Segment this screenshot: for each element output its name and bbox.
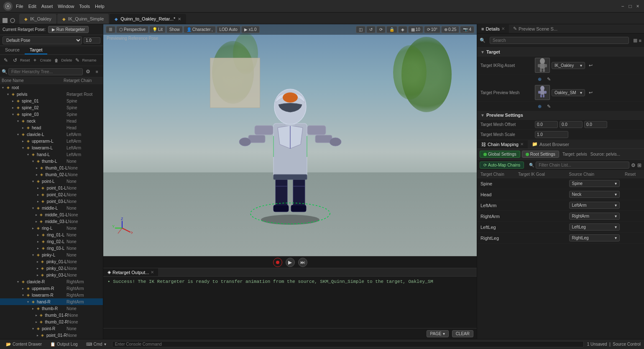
tree-item[interactable]: ▾ ◈ clavicle-L LeftArm bbox=[0, 131, 103, 138]
target-mesh-arrow-button[interactable]: ↩ bbox=[587, 89, 594, 96]
run-retargeter-button[interactable]: ▶ Run Retargeter bbox=[48, 26, 89, 33]
character-button[interactable]: 👤 Character , bbox=[184, 26, 216, 33]
output-log-button[interactable]: 📋 Output Log bbox=[48, 341, 80, 347]
menu-tools[interactable]: Tools bbox=[79, 4, 90, 9]
details-search-input[interactable] bbox=[490, 37, 629, 44]
target-ik-rig-arrow-button[interactable]: ↩ bbox=[587, 62, 594, 69]
tree-item[interactable]: ▸ ◈ ring_01-L None bbox=[0, 231, 103, 238]
tree-item[interactable]: ▸ ◈ middle_03-L None bbox=[0, 218, 103, 225]
tab-target[interactable]: Target bbox=[25, 46, 48, 54]
tree-item[interactable]: ▸ ◈ ring-L None bbox=[0, 225, 103, 231]
tree-item[interactable]: ▸ ◈ pinky_01-L None bbox=[0, 258, 103, 265]
vp-icon-2[interactable]: ↺ bbox=[366, 26, 376, 33]
vp-icon-3[interactable]: ⟳ bbox=[376, 26, 386, 33]
tree-item[interactable]: ▸ ◈ pinky_02-L None bbox=[0, 265, 103, 272]
tree-item[interactable]: ▾ ◈ neck Head bbox=[0, 118, 103, 124]
create-button[interactable]: + bbox=[31, 56, 39, 64]
perspective-button[interactable]: ⬡ Perspective bbox=[116, 26, 148, 33]
tab-source[interactable]: Source bbox=[0, 46, 25, 54]
hierarchy-expand-button[interactable]: ≡ bbox=[93, 67, 101, 76]
target-preview-mesh-dropdown[interactable]: Oakley_SM ▾ bbox=[552, 89, 585, 96]
play-button[interactable]: ▶ x1.0 bbox=[241, 26, 260, 33]
tree-item[interactable]: ▸ ◈ thumb_02-R None bbox=[0, 318, 103, 325]
target-section-header[interactable]: ▼ Target bbox=[477, 48, 644, 56]
tab-close-button[interactable]: ✕ bbox=[178, 17, 181, 21]
chain-search-input[interactable] bbox=[536, 162, 629, 169]
offset-y-input[interactable] bbox=[560, 121, 583, 128]
chain-row[interactable]: Head Neck ▾ bbox=[477, 189, 644, 200]
default-pose-select[interactable]: Default Pose bbox=[3, 36, 82, 44]
tree-item[interactable]: ▾ ◈ thumb-L None bbox=[0, 158, 103, 164]
target-ik-rig-dropdown[interactable]: IK_Oakley ▾ bbox=[552, 62, 585, 69]
delete-button[interactable]: 🗑 bbox=[52, 56, 61, 64]
tree-item[interactable]: ▸ ◈ pinky_03-L None bbox=[0, 272, 103, 278]
clear-button[interactable]: CLEAR bbox=[452, 330, 473, 337]
menu-file[interactable]: File bbox=[16, 4, 23, 9]
tab-quinn-retarget[interactable]: ◆ Quinn_to_Oakley_Retar...* ✕ bbox=[110, 14, 186, 24]
content-drawer-button[interactable]: 📂 Content Drawer bbox=[3, 341, 44, 347]
auto-map-chains-button[interactable]: ⟳ Auto-Map Chains bbox=[480, 162, 524, 169]
lod-button[interactable]: LOD Auto bbox=[217, 26, 240, 33]
tree-item[interactable]: ▸ ◈ thumb_01-L None bbox=[0, 164, 103, 171]
chain-source-dropdown[interactable]: RightArm ▾ bbox=[569, 213, 620, 220]
chain-row[interactable]: RightLeg RightLeg ▾ bbox=[477, 233, 644, 244]
tree-item[interactable]: ▸ ◈ upperarm-L LeftArm bbox=[0, 138, 103, 144]
chain-expand-icon[interactable]: ⊞ bbox=[637, 162, 641, 168]
hierarchy-settings-button[interactable]: ⚙ bbox=[84, 67, 92, 76]
maximize-button[interactable]: □ bbox=[627, 3, 633, 9]
chain-row[interactable]: RightArm RightArm ▾ bbox=[477, 211, 644, 222]
chain-row[interactable]: LeftArm LeftArm ▾ bbox=[477, 200, 644, 211]
chain-source-dropdown[interactable]: LeftLeg ▾ bbox=[569, 223, 620, 231]
details-list-icon[interactable]: ≡ bbox=[639, 38, 641, 43]
grid-button[interactable]: ▦ 10 bbox=[408, 26, 423, 33]
vp-icon-1[interactable]: ◫ bbox=[356, 26, 365, 33]
chain-mapping-tab[interactable]: ⛓ Chain Mapping ✕ bbox=[477, 140, 528, 149]
chain-source-dropdown[interactable]: Neck ▾ bbox=[569, 191, 620, 198]
tree-item[interactable]: ▸ ◈ upperarm-R RightArm bbox=[0, 285, 103, 292]
tree-item[interactable]: ▾ ◈ lowerarm-L LeftArm bbox=[0, 144, 103, 151]
details-tab[interactable]: ≡ Details ✕ bbox=[477, 25, 509, 33]
offset-z-input[interactable] bbox=[584, 121, 607, 128]
record-button[interactable] bbox=[273, 258, 282, 267]
tree-item[interactable]: ▸ ◈ middle_01-L None bbox=[0, 211, 103, 218]
menu-asset[interactable]: Asset bbox=[41, 4, 53, 9]
mesh-scale-input[interactable] bbox=[535, 131, 568, 138]
output-tab-close[interactable]: ✕ bbox=[151, 270, 154, 275]
tree-item[interactable]: ▾ ◈ hand-L LeftArm bbox=[0, 151, 103, 158]
tree-item[interactable]: ▾ ◈ root bbox=[0, 84, 103, 91]
angle-button[interactable]: ⟳ 10° bbox=[424, 26, 440, 33]
mesh-browse-icon[interactable]: ⊕ bbox=[536, 103, 543, 110]
tree-item[interactable]: ▾ ◈ hand-R RightArm bbox=[0, 298, 103, 305]
root-settings-button[interactable]: Root Settings bbox=[522, 151, 559, 158]
tree-item[interactable]: ▸ ◈ ring_02-L None bbox=[0, 238, 103, 245]
close-button[interactable]: × bbox=[635, 3, 641, 9]
tab-ik-oakley[interactable]: ◆ IK_Oakley bbox=[19, 14, 56, 24]
chain-row[interactable]: LeftLeg LeftLeg ▾ bbox=[477, 222, 644, 233]
viewport[interactable]: X Z Y ☰ ⬡ Perspective 💡 Lit bbox=[103, 24, 477, 256]
minimize-button[interactable]: − bbox=[620, 3, 626, 9]
details-tab-close[interactable]: ✕ bbox=[501, 26, 505, 31]
console-input[interactable] bbox=[112, 341, 584, 347]
tree-item[interactable]: ▸ ◈ spine_01 Spine bbox=[0, 98, 103, 104]
tree-item[interactable]: ▸ ◈ thumb-R None bbox=[0, 305, 103, 312]
tree-item[interactable]: ▸ ◈ point_03-L None bbox=[0, 198, 103, 205]
tree-item[interactable]: ▸ ◈ point_01-R None bbox=[0, 332, 103, 339]
offset-x-input[interactable] bbox=[535, 121, 558, 128]
tree-item[interactable]: ▸ ◈ spine_02 Spine bbox=[0, 104, 103, 111]
tree-item[interactable]: ▸ ◈ thumb_01-R None bbox=[0, 312, 103, 318]
chain-source-dropdown[interactable]: Spine ▾ bbox=[569, 180, 620, 187]
preview-scene-tab[interactable]: ✎ Preview Scene S... bbox=[509, 24, 562, 33]
asset-browser-tab[interactable]: 📁 Asset Browser bbox=[528, 140, 573, 149]
tree-item[interactable]: ▸ ◈ head Head bbox=[0, 124, 103, 131]
preview-settings-header[interactable]: ▼ Preview Settings bbox=[477, 111, 644, 120]
rename-button[interactable]: ✎ bbox=[73, 56, 82, 64]
vp-icon-5[interactable]: ◈ bbox=[398, 26, 407, 33]
menu-window[interactable]: Window bbox=[58, 4, 74, 9]
chain-mapping-close[interactable]: ✕ bbox=[520, 142, 524, 146]
tree-item[interactable]: ▸ ◈ thumb_02-L None bbox=[0, 171, 103, 178]
step-forward-button[interactable]: ⏭ bbox=[298, 258, 307, 267]
play-pause-button[interactable]: ▶ bbox=[286, 258, 295, 267]
vp-icon-4[interactable]: 🔒 bbox=[386, 26, 397, 33]
lit-button[interactable]: 💡 Lit bbox=[149, 26, 166, 33]
retarget-output-tab[interactable]: ◈ Retarget Output... ✕ bbox=[103, 268, 158, 276]
